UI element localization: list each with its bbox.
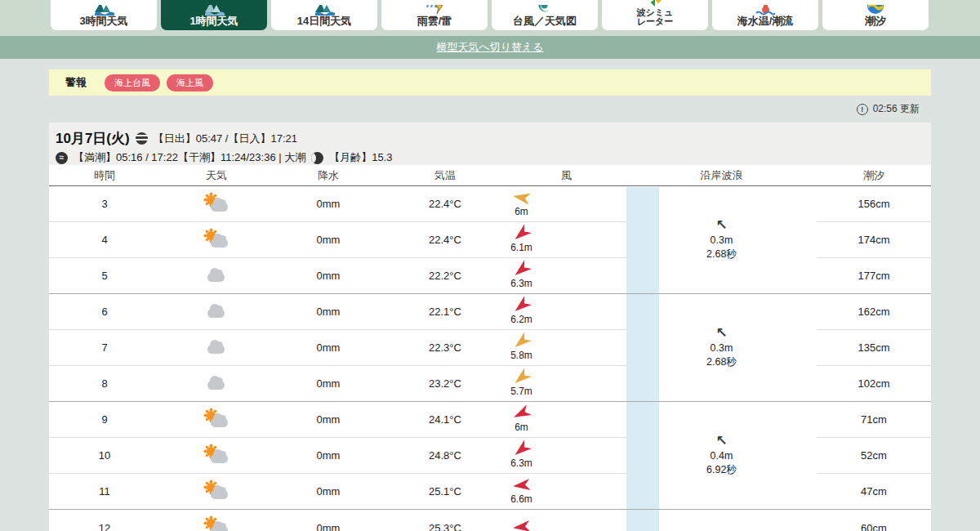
hour-cell: 4 bbox=[49, 222, 160, 258]
temp-cell: 22.4°C bbox=[384, 186, 506, 222]
temp-cell: 23.2°C bbox=[384, 366, 506, 402]
weather-cell bbox=[160, 222, 273, 258]
weather-cell bbox=[160, 366, 273, 402]
cloudy-icon bbox=[203, 374, 230, 394]
wind-speed: 6.6m bbox=[510, 493, 532, 505]
precip-cell: 0mm bbox=[273, 402, 384, 438]
wind-direction-icon bbox=[511, 190, 531, 206]
cloudy-icon bbox=[203, 338, 230, 358]
wind-direction-icon bbox=[512, 520, 532, 531]
tab-sea-temperature-current[interactable]: 海水温/潮流 bbox=[712, 0, 818, 30]
moon-phase-icon bbox=[311, 152, 323, 164]
tab-label: 1時間天気 bbox=[189, 16, 238, 27]
hour-cell: 6 bbox=[49, 294, 160, 330]
tide-cell: 60cm bbox=[817, 510, 931, 531]
tide-cell: 47cm bbox=[817, 474, 931, 510]
weather-cell bbox=[160, 294, 273, 330]
tide-cell: 102cm bbox=[817, 366, 931, 402]
partly-cloudy-icon bbox=[203, 482, 230, 502]
tide-wave-icon: ≈ bbox=[56, 152, 68, 164]
temp-cell: 24.8°C bbox=[384, 438, 506, 474]
column-header-weather: 天気 bbox=[160, 165, 273, 186]
warning-label: 警報 bbox=[65, 75, 87, 90]
wind-speed: 6m bbox=[514, 206, 528, 217]
coastal-wave-cell: ↖ 0.3m 2.68秒 bbox=[626, 294, 817, 402]
switch-to-horizontal-weather-link[interactable]: 横型天気へ切り替える bbox=[436, 40, 543, 55]
wind-cell: 6.3m bbox=[506, 258, 626, 294]
precip-cell: 0mm bbox=[273, 438, 384, 474]
column-header-time: 時間 bbox=[49, 165, 160, 186]
hour-cell: 8 bbox=[49, 366, 160, 402]
temp-cell: 25.1°C bbox=[384, 474, 506, 510]
tab-1hour-weather[interactable]: 1時間天気 bbox=[161, 0, 267, 30]
wind-speed: 6.1m bbox=[510, 242, 532, 253]
precip-cell: 0mm bbox=[273, 294, 384, 330]
temp-cell: 22.3°C bbox=[384, 330, 506, 366]
hour-cell: 10 bbox=[49, 438, 160, 474]
wind-speed: 6.2m bbox=[510, 314, 532, 325]
wave-period: 6.92秒 bbox=[706, 463, 737, 477]
tide-cell: 52cm bbox=[817, 438, 931, 474]
tab-3hour-weather[interactable]: 3時間天気 bbox=[51, 0, 157, 30]
partly-cloudy-icon bbox=[203, 410, 230, 430]
tide-times: 【満潮】05:16 / 17:22【干潮】11:24/23:36 | 大潮 bbox=[74, 150, 305, 165]
wind-speed: 5.8m bbox=[510, 350, 532, 361]
cloudy-icon bbox=[203, 266, 230, 286]
hour-cell: 5 bbox=[49, 258, 160, 294]
precip-cell: 0mm bbox=[273, 366, 384, 402]
weather-cell bbox=[160, 258, 273, 294]
cloudy-icon bbox=[203, 302, 230, 322]
hour-cell: 11 bbox=[49, 474, 160, 510]
tab-rain-cloud-lightning[interactable]: 雨雲/雷 bbox=[381, 0, 488, 30]
wave-period: 2.68秒 bbox=[706, 355, 737, 369]
tab-typhoon-weather-map[interactable]: 台風／天気図 bbox=[492, 0, 598, 30]
tab-label: 14日間天気 bbox=[297, 16, 351, 27]
wind-speed: 5.7m bbox=[510, 386, 532, 397]
warning-bar: 警報 海上台風 海上風 bbox=[49, 69, 931, 96]
column-header-precipitation: 降水 bbox=[273, 165, 384, 186]
warning-badge-sea-typhoon[interactable]: 海上台風 bbox=[105, 74, 160, 91]
wave-direction-icon: ↖ bbox=[715, 326, 727, 340]
weather-cell bbox=[160, 438, 273, 474]
tab-label: 台風／天気図 bbox=[513, 16, 577, 27]
partly-cloudy-icon bbox=[203, 518, 230, 531]
tab-label: 海水温/潮流 bbox=[737, 16, 794, 27]
tab-tide[interactable]: 潮汐 bbox=[822, 0, 929, 30]
weather-cell bbox=[160, 474, 273, 510]
precip-cell: 0mm bbox=[273, 258, 384, 294]
tide-cell: 174cm bbox=[817, 222, 931, 258]
partly-cloudy-icon bbox=[203, 230, 230, 250]
wave-height: 0.3m bbox=[710, 234, 733, 248]
precip-cell: 0mm bbox=[273, 510, 384, 531]
precip-cell: 0mm bbox=[273, 474, 384, 510]
tide-cell: 177cm bbox=[817, 258, 931, 294]
column-header-coastal-waves: 沿岸波浪 bbox=[626, 165, 817, 186]
tab-wave-simulator[interactable]: 波シミュレーター bbox=[602, 0, 708, 30]
hour-cell: 12 bbox=[49, 510, 160, 531]
hour-cell: 7 bbox=[49, 330, 160, 366]
updated-time: 02:56 更新 bbox=[873, 102, 920, 116]
tab-14day-weather[interactable]: 14日間天気 bbox=[271, 0, 377, 30]
weather-cell bbox=[160, 402, 273, 438]
hour-cell: 9 bbox=[49, 402, 160, 438]
column-header-tide: 潮汐 bbox=[817, 165, 931, 186]
info-icon: ! bbox=[857, 104, 868, 115]
coastal-wave-cell: ↖ 0.3m 2.68秒 bbox=[626, 186, 817, 294]
wave-direction-icon: ↖ bbox=[715, 434, 727, 448]
column-header-temperature: 気温 bbox=[384, 165, 506, 186]
tide-cell: 135cm bbox=[817, 330, 931, 366]
wind-speed: 6.3m bbox=[510, 457, 532, 469]
wind-speed: 6.3m bbox=[510, 278, 532, 289]
wind-cell: 5.8m bbox=[506, 330, 626, 366]
wind-cell bbox=[506, 510, 626, 531]
wind-cell: 6m bbox=[506, 402, 626, 438]
wave-height: 0.3m bbox=[710, 341, 733, 355]
partly-cloudy-icon bbox=[203, 194, 230, 214]
tide-cell: 162cm bbox=[817, 294, 931, 330]
moon-age: 【月齢】15.3 bbox=[329, 150, 392, 165]
tab-label: 潮汐 bbox=[865, 16, 886, 27]
tab-label: 3時間天気 bbox=[79, 16, 127, 27]
precip-cell: 0mm bbox=[273, 330, 384, 366]
wind-cell: 6.3m bbox=[506, 438, 626, 474]
warning-badge-sea-wind[interactable]: 海上風 bbox=[167, 74, 213, 91]
